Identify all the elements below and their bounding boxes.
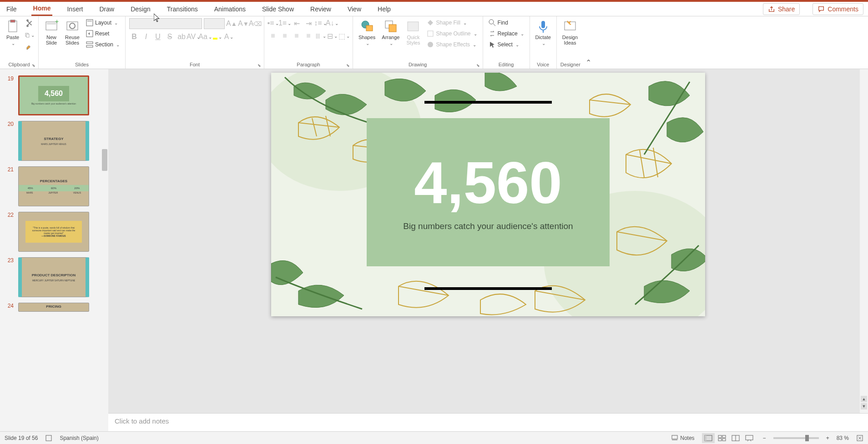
accessibility-check-icon[interactable] (45, 434, 52, 442)
replace-button[interactable]: Replace⌄ (487, 29, 526, 38)
canvas-scrollbar[interactable]: ▲ ▼ (860, 69, 868, 413)
tab-design[interactable]: Design (129, 3, 152, 15)
copy-button[interactable]: ⌄ (25, 30, 35, 40)
slideshow-view-button[interactable] (743, 433, 756, 443)
font-name-combo[interactable] (129, 18, 202, 29)
zoom-percentage[interactable]: 83 % (837, 435, 849, 441)
zoom-slider-handle[interactable] (805, 435, 809, 441)
layout-button[interactable]: Layout⌄ (84, 18, 121, 27)
slide-subtitle[interactable]: Big numbers catch your audience's attent… (403, 221, 573, 231)
thumbnail-row[interactable]: 22"This is a quote, words full of wisdom… (0, 209, 108, 254)
slide-counter[interactable]: Slide 19 of 56 (5, 435, 38, 441)
reuse-slides-button[interactable]: Reuse Slides (63, 18, 81, 46)
thumbnail-preview[interactable]: STRATEGYMARS JUPITER VENUS (18, 121, 89, 161)
numbering-button[interactable]: 1≡⌄ (280, 18, 290, 28)
align-text-button[interactable]: ⊟⌄ (327, 31, 337, 41)
design-ideas-button[interactable]: Design Ideas (560, 18, 580, 46)
thumbnail-preview[interactable]: PRODUCT DESCRIPTIONMERCURY JUPITER SATUR… (18, 257, 89, 297)
reading-view-button[interactable] (729, 433, 742, 443)
decrease-font-button[interactable]: A▼ (238, 19, 248, 29)
comments-button[interactable]: Comments (812, 3, 863, 15)
strikethrough-button[interactable]: S (165, 32, 175, 42)
bullets-button[interactable]: ▪≡⌄ (268, 18, 278, 28)
change-case-button[interactable]: Aa⌄ (200, 32, 210, 42)
highlight-button[interactable]: ⌄ (212, 32, 222, 42)
italic-button[interactable]: I (141, 32, 151, 42)
font-size-combo[interactable] (204, 18, 225, 29)
columns-button[interactable]: ⫼⌄ (315, 31, 325, 41)
thumbnail-row[interactable]: 194,560Big numbers catch your audience's… (0, 73, 108, 118)
thumbnail-row[interactable]: 20STRATEGYMARS JUPITER VENUS (0, 118, 108, 164)
reset-button[interactable]: Reset (84, 29, 121, 38)
tab-review[interactable]: Review (308, 3, 333, 15)
thumbnail-row[interactable]: 21PERCENTAGES45%60%20%MARSJUPITERVENUS (0, 164, 108, 209)
align-right-button[interactable]: ≡ (292, 31, 302, 41)
shape-fill-button[interactable]: Shape Fill⌄ (425, 18, 479, 27)
align-center-button[interactable]: ≡ (280, 31, 290, 41)
prev-slide-button[interactable]: ▲ (861, 396, 867, 402)
tab-file[interactable]: File (5, 3, 19, 15)
increase-font-button[interactable]: A▲ (227, 19, 237, 29)
next-slide-button[interactable]: ▼ (861, 403, 867, 409)
thumbnail-preview[interactable]: PRICING (18, 303, 89, 312)
select-button[interactable]: Select⌄ (487, 40, 526, 49)
decrease-indent-button[interactable]: ⇤ (292, 18, 302, 28)
tab-draw[interactable]: Draw (97, 3, 116, 15)
paragraph-launcher[interactable]: ⬊ (346, 63, 350, 68)
thumbnail-row[interactable]: 23PRODUCT DESCRIPTIONMERCURY JUPITER SAT… (0, 254, 108, 300)
clear-formatting-button[interactable]: A⌫ (250, 19, 260, 29)
shape-effects-button[interactable]: Shape Effects⌄ (425, 40, 479, 49)
tab-view[interactable]: View (346, 3, 363, 15)
thumbnail-preview[interactable]: PERCENTAGES45%60%20%MARSJUPITERVENUS (18, 166, 89, 206)
thumbnail-scrollbar[interactable] (100, 69, 108, 431)
language-indicator[interactable]: Spanish (Spain) (60, 435, 98, 441)
slide-canvas[interactable]: 4,560 Big numbers catch your audience's … (271, 73, 705, 316)
normal-view-button[interactable] (702, 433, 715, 443)
drawing-launcher[interactable]: ⬊ (476, 63, 480, 68)
tab-home[interactable]: Home (31, 2, 53, 16)
thumbnail-row[interactable]: 24PRICING (0, 300, 108, 314)
zoom-out-button[interactable]: − (763, 435, 766, 441)
align-left-button[interactable]: ≡ (268, 31, 278, 41)
notes-toggle[interactable]: Notes (671, 434, 694, 442)
text-shadow-button[interactable]: ab (177, 32, 187, 42)
thumbnail-preview[interactable]: "This is a quote, words full of wisdom t… (18, 212, 89, 252)
paste-button[interactable]: Paste ⌄ (4, 18, 22, 47)
font-launcher[interactable]: ⬊ (257, 63, 261, 68)
char-spacing-button[interactable]: AV⌄ (188, 32, 198, 42)
slide-big-number[interactable]: 4,560 (414, 153, 562, 212)
tab-slideshow[interactable]: Slide Show (260, 3, 296, 15)
smartart-button[interactable]: ⬚⌄ (339, 31, 349, 41)
thumbnail-pane[interactable]: 194,560Big numbers catch your audience's… (0, 69, 108, 431)
dictate-button[interactable]: Dictate⌄ (534, 18, 553, 47)
bold-button[interactable]: B (129, 32, 139, 42)
shape-outline-button[interactable]: Shape Outline⌄ (425, 29, 479, 38)
quick-styles-button[interactable]: Quick Styles (404, 18, 422, 46)
line-spacing-button[interactable]: ↕≡⌄ (315, 18, 325, 28)
section-button[interactable]: Section⌄ (84, 40, 121, 49)
increase-indent-button[interactable]: ⇥ (303, 18, 313, 28)
slide-sorter-view-button[interactable] (716, 433, 728, 443)
text-direction-button[interactable]: A↓⌄ (327, 18, 337, 28)
zoom-in-button[interactable]: + (826, 435, 829, 441)
tab-animations[interactable]: Animations (212, 3, 247, 15)
new-slide-button[interactable]: + New Slide (42, 18, 61, 46)
share-button[interactable]: Share (763, 3, 800, 15)
tab-help[interactable]: Help (376, 3, 393, 15)
find-button[interactable]: Find (487, 18, 526, 27)
underline-button[interactable]: U (153, 32, 163, 42)
cut-button[interactable] (25, 18, 35, 28)
notes-pane[interactable]: Click to add notes (108, 413, 868, 431)
shapes-button[interactable]: Shapes⌄ (357, 18, 377, 47)
arrange-button[interactable]: Arrange⌄ (380, 18, 401, 47)
thumbnail-preview[interactable]: 4,560Big numbers catch your audience's a… (18, 75, 89, 115)
thumbnail-scroll-handle[interactable] (102, 149, 107, 171)
fit-to-window-button[interactable] (856, 434, 863, 442)
justify-button[interactable]: ≡ (303, 31, 313, 41)
tab-transitions[interactable]: Transitions (165, 3, 200, 15)
clipboard-launcher[interactable]: ⬊ (32, 63, 35, 68)
collapse-ribbon-button[interactable]: ⌃ (584, 16, 593, 69)
format-painter-button[interactable] (25, 42, 35, 52)
zoom-slider[interactable] (773, 437, 819, 439)
tab-insert[interactable]: Insert (65, 3, 85, 15)
